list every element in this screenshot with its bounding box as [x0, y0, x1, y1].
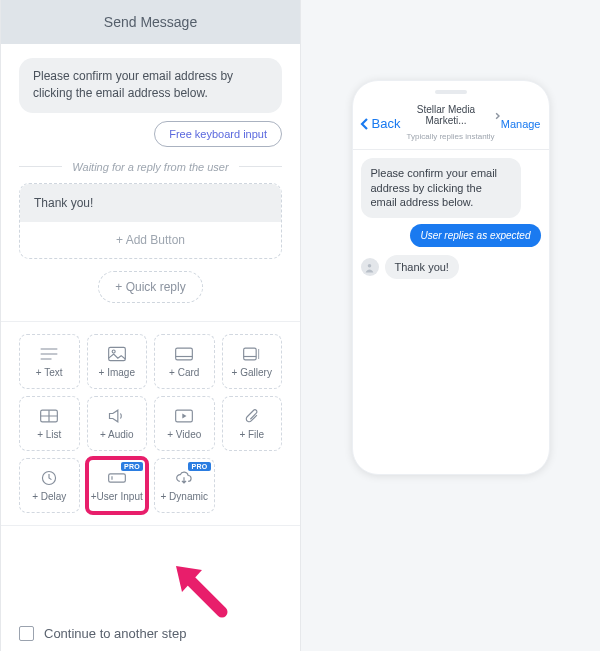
- block-label: + Gallery: [232, 367, 272, 378]
- pro-badge: PRO: [121, 462, 143, 471]
- clock-icon: [39, 468, 59, 488]
- chevron-left-icon: [359, 117, 371, 131]
- block-label: +User Input: [91, 491, 143, 502]
- chat-user-reply: User replies as expected: [410, 224, 540, 247]
- phone-nav: Back Stellar Media Marketi... Typically …: [353, 103, 549, 150]
- quick-reply-button[interactable]: + Quick reply: [98, 271, 202, 303]
- block-label: + File: [239, 429, 264, 440]
- add-user-input-block[interactable]: PRO +User Input: [87, 458, 148, 513]
- phone-title-group[interactable]: Stellar Media Marketi... Typically repli…: [400, 105, 500, 143]
- phone-manage-button[interactable]: Manage: [501, 118, 541, 130]
- speaker-icon: [107, 406, 127, 426]
- video-play-icon: [174, 406, 194, 426]
- continue-row[interactable]: Continue to another step: [1, 609, 300, 651]
- editor-panel: Send Message Please confirm your email a…: [0, 0, 301, 651]
- add-delay-block[interactable]: + Delay: [19, 458, 80, 513]
- block-label: + Card: [169, 367, 199, 378]
- block-label: + List: [37, 429, 61, 440]
- card-icon: [174, 344, 194, 364]
- add-audio-block[interactable]: + Audio: [87, 396, 148, 451]
- back-label: Back: [372, 116, 401, 131]
- free-keyboard-row: Free keyboard input: [19, 121, 282, 147]
- continue-checkbox[interactable]: [19, 626, 34, 641]
- waiting-separator: Waiting for a reply from the user: [19, 161, 282, 173]
- thank-you-text[interactable]: Thank you!: [20, 184, 281, 222]
- gallery-icon: [242, 344, 262, 364]
- add-list-block[interactable]: + List: [19, 396, 80, 451]
- add-text-block[interactable]: + Text: [19, 334, 80, 389]
- add-file-block[interactable]: + File: [222, 396, 283, 451]
- svg-rect-0: [108, 348, 125, 361]
- block-label: + Image: [99, 367, 135, 378]
- block-label: + Dynamic: [160, 491, 208, 502]
- person-icon: [364, 262, 375, 273]
- svg-rect-2: [176, 348, 193, 360]
- free-keyboard-pill[interactable]: Free keyboard input: [154, 121, 282, 147]
- block-group: + Text + Image + Card: [1, 321, 300, 526]
- chat-bot-message: Please confirm your email address by cli…: [361, 158, 521, 219]
- input-field-icon: [107, 468, 127, 488]
- chevron-right-icon: [494, 112, 501, 120]
- chat-bot-message-2: Thank you!: [361, 255, 541, 279]
- list-grid-icon: [39, 406, 59, 426]
- svg-rect-7: [108, 474, 125, 482]
- avatar: [361, 258, 379, 276]
- pro-badge: PRO: [188, 462, 210, 471]
- block-grid: + Text + Image + Card: [19, 334, 282, 513]
- waiting-label: Waiting for a reply from the user: [62, 161, 238, 173]
- thank-you-card[interactable]: Thank you! + Add Button: [19, 183, 282, 259]
- block-label: + Delay: [32, 491, 66, 502]
- svg-rect-3: [243, 348, 256, 360]
- paperclip-icon: [242, 406, 262, 426]
- phone-body: Please confirm your email address by cli…: [353, 150, 549, 474]
- add-card-block[interactable]: + Card: [154, 334, 215, 389]
- add-video-block[interactable]: + Video: [154, 396, 215, 451]
- chat-bot-text: Thank you!: [385, 255, 459, 279]
- cloud-download-icon: [174, 468, 194, 488]
- phone-title: Stellar Media Marketi...: [400, 105, 491, 126]
- block-label: + Video: [167, 429, 201, 440]
- block-label: + Audio: [100, 429, 134, 440]
- panel-body: Please confirm your email address by cli…: [1, 44, 300, 609]
- phone-preview: Back Stellar Media Marketi... Typically …: [352, 80, 550, 475]
- block-label: + Text: [36, 367, 63, 378]
- add-button[interactable]: + Add Button: [20, 222, 281, 258]
- phone-speaker: [353, 81, 549, 103]
- continue-label: Continue to another step: [44, 626, 186, 641]
- add-dynamic-block[interactable]: PRO + Dynamic: [154, 458, 215, 513]
- add-gallery-block[interactable]: + Gallery: [222, 334, 283, 389]
- workspace: Send Message Please confirm your email a…: [0, 0, 600, 651]
- preview-panel: Back Stellar Media Marketi... Typically …: [301, 0, 600, 651]
- svg-point-8: [368, 264, 372, 268]
- phone-subtitle: Typically replies instantly: [407, 132, 495, 141]
- message-bubble[interactable]: Please confirm your email address by cli…: [19, 58, 282, 113]
- text-lines-icon: [39, 344, 59, 364]
- svg-point-1: [112, 350, 115, 353]
- phone-back-button[interactable]: Back: [359, 116, 401, 131]
- panel-title: Send Message: [1, 0, 300, 44]
- image-icon: [107, 344, 127, 364]
- add-image-block[interactable]: + Image: [87, 334, 148, 389]
- quick-reply-row: + Quick reply: [19, 271, 282, 303]
